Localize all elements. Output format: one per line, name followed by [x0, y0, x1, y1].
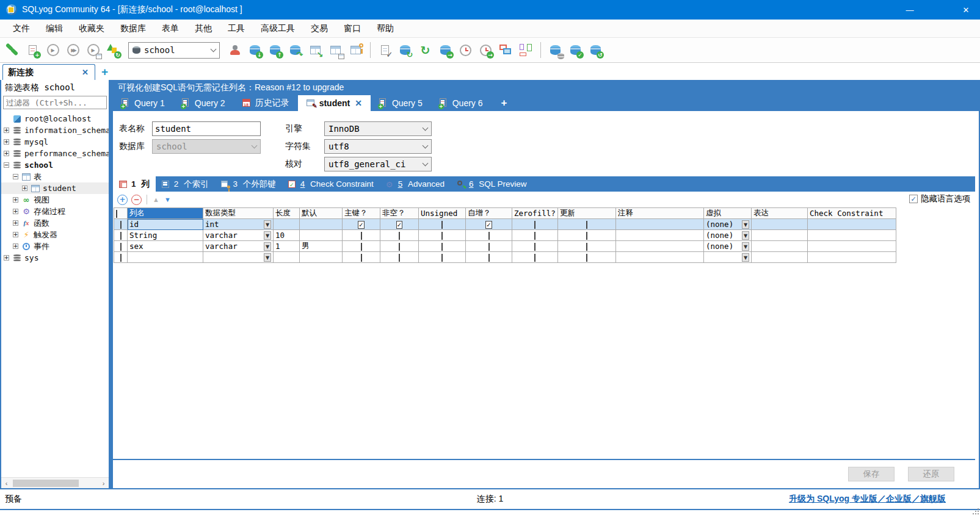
- column-header-expression[interactable]: 表达: [752, 208, 808, 219]
- minimize-button[interactable]: —: [896, 0, 924, 20]
- cell-comment[interactable]: [616, 230, 704, 241]
- import-data-icon[interactable]: ↓: [245, 41, 264, 60]
- cell-comment[interactable]: [616, 219, 704, 230]
- row-select-checkbox[interactable]: [114, 241, 128, 252]
- checkbox-icon[interactable]: [488, 254, 490, 262]
- cell-type[interactable]: ▼: [203, 252, 274, 263]
- history-icon[interactable]: [456, 41, 475, 60]
- tree-expander-icon[interactable]: +: [4, 255, 9, 261]
- tree-expander-icon[interactable]: +: [13, 209, 18, 214]
- tree-expander-icon[interactable]: +: [13, 232, 18, 237]
- move-column-down-button[interactable]: ▼: [164, 196, 171, 203]
- cell-name[interactable]: id: [128, 219, 203, 230]
- tree-item-student[interactable]: +student: [1, 182, 109, 194]
- query-tab-query-5[interactable]: +Query 5: [371, 95, 431, 111]
- cell-name[interactable]: sex: [128, 241, 203, 252]
- checkbox-icon[interactable]: [120, 232, 122, 240]
- tree-expander-icon[interactable]: +: [4, 128, 9, 133]
- cell-type[interactable]: int▼: [203, 219, 274, 230]
- collation-select[interactable]: utf8_general_ci: [324, 157, 432, 171]
- select-all-checkbox[interactable]: [114, 208, 128, 219]
- query-tab-query-6[interactable]: +Query 6: [431, 95, 492, 111]
- scheduled-backup-icon[interactable]: →: [476, 41, 495, 60]
- tree-item-事件[interactable]: +事件: [1, 240, 109, 252]
- execute-query-icon[interactable]: ▶: [43, 41, 62, 60]
- checkbox-icon[interactable]: ✓: [358, 221, 364, 229]
- chevron-down-icon[interactable]: ▼: [264, 220, 271, 229]
- cell-zerofill[interactable]: [512, 241, 558, 252]
- cell-length[interactable]: [274, 219, 300, 230]
- engine-select[interactable]: InnoDB: [324, 121, 432, 136]
- menu-item[interactable]: 其他: [187, 20, 220, 37]
- checkbox-icon[interactable]: [120, 243, 122, 251]
- tree-item-information_schema[interactable]: +information_schema: [1, 124, 109, 136]
- column-header-check_constraint[interactable]: Check Constraint: [808, 208, 896, 219]
- checkbox-icon[interactable]: [399, 243, 400, 251]
- remove-column-button[interactable]: −: [131, 195, 142, 205]
- cell-auto_increment[interactable]: [466, 252, 512, 263]
- designer-tab-indexes[interactable]: 2 个索引: [156, 176, 215, 192]
- chevron-down-icon[interactable]: ▼: [742, 253, 749, 262]
- sync-revert-icon[interactable]: ↺: [586, 41, 605, 60]
- designer-tab-sql-preview[interactable]: 6 SQL Preview: [451, 176, 533, 192]
- menu-item[interactable]: 窗口: [336, 20, 369, 37]
- column-header-virtual[interactable]: 虚拟: [704, 208, 752, 219]
- upgrade-link[interactable]: 升级为 SQLyog 专业版／企业版／旗舰版: [789, 494, 946, 503]
- checkbox-icon[interactable]: [534, 232, 535, 240]
- cell-length[interactable]: 10: [274, 230, 300, 241]
- export-table-icon[interactable]: ↘: [306, 41, 325, 60]
- scroll-right-icon[interactable]: ›: [98, 480, 109, 487]
- tree-item-mysql[interactable]: +mysql: [1, 136, 109, 148]
- cell-name[interactable]: [128, 252, 203, 263]
- cell-primary_key[interactable]: [343, 252, 380, 263]
- connect-icon[interactable]: [3, 41, 22, 60]
- chevron-down-icon[interactable]: ▼: [264, 231, 271, 240]
- new-query-tab-button[interactable]: +: [492, 95, 517, 111]
- cell-primary_key[interactable]: [343, 230, 380, 241]
- cell-unsigned[interactable]: [419, 241, 466, 252]
- menu-item[interactable]: 编辑: [38, 20, 71, 37]
- checkbox-icon[interactable]: [534, 254, 535, 262]
- visual-explain-icon[interactable]: ↻: [104, 41, 123, 60]
- cell-auto_increment[interactable]: [466, 230, 512, 241]
- query-tab-query-1[interactable]: +Query 1: [113, 95, 173, 111]
- tree-item-表[interactable]: −表: [1, 171, 109, 182]
- row-select-checkbox[interactable]: [114, 219, 128, 230]
- arrange-layout-icon[interactable]: [517, 41, 535, 60]
- checkbox-icon[interactable]: [116, 210, 117, 218]
- checkbox-icon[interactable]: [586, 232, 587, 240]
- cell-length[interactable]: [274, 252, 300, 263]
- cell-not_null[interactable]: [380, 230, 419, 241]
- database-go-icon[interactable]: →: [436, 41, 455, 60]
- cell-name[interactable]: String: [128, 230, 203, 241]
- column-header-not_null[interactable]: 非空？: [380, 208, 419, 219]
- cell-default[interactable]: [300, 219, 343, 230]
- table-name-input[interactable]: [152, 121, 261, 136]
- cell-check_constraint[interactable]: [808, 241, 896, 252]
- copy-database-icon[interactable]: ↷: [286, 41, 305, 60]
- tree-item-存储过程[interactable]: +⚙存储过程: [1, 206, 109, 217]
- checkbox-icon[interactable]: [399, 232, 400, 240]
- cell-unsigned[interactable]: [419, 219, 466, 230]
- move-column-up-button[interactable]: ▲: [153, 196, 159, 203]
- column-header-default[interactable]: 默认: [300, 208, 343, 219]
- checkbox-icon[interactable]: [586, 221, 587, 229]
- cell-expression[interactable]: [752, 241, 808, 252]
- cell-auto_increment[interactable]: [466, 241, 512, 252]
- cell-unsigned[interactable]: [419, 252, 466, 263]
- cell-zerofill[interactable]: [512, 252, 558, 263]
- cell-virtual[interactable]: (none)▼: [704, 219, 752, 230]
- checkbox-icon[interactable]: [586, 254, 587, 262]
- checkbox-icon[interactable]: ✓: [485, 221, 492, 229]
- scrollbar-thumb[interactable]: [13, 480, 79, 487]
- checkbox-icon[interactable]: ✓: [396, 221, 402, 229]
- tree-expander-icon[interactable]: +: [13, 220, 18, 226]
- menu-item[interactable]: 文件: [5, 20, 38, 37]
- column-header-type[interactable]: 数据类型: [203, 208, 274, 219]
- cascade-windows-icon[interactable]: [496, 41, 515, 60]
- cell-update[interactable]: [558, 252, 616, 263]
- tree-item-root@localhost[interactable]: root@localhost: [1, 113, 109, 124]
- chevron-down-icon[interactable]: ▼: [742, 220, 749, 229]
- designer-tab-foreign-keys[interactable]: 3 个外部键: [215, 176, 282, 192]
- foreign-key-icon[interactable]: [346, 41, 365, 60]
